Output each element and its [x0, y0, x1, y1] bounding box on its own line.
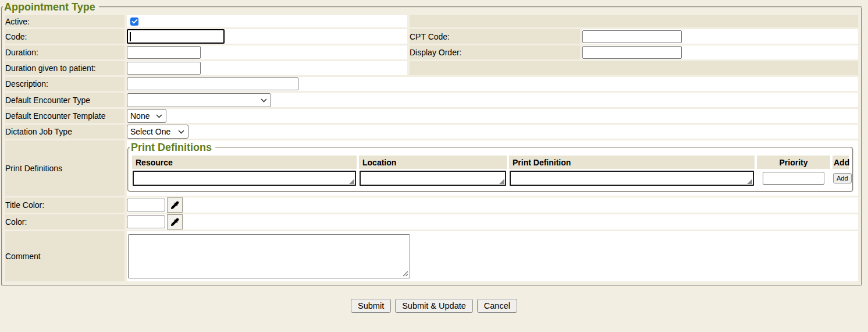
- form-action-bar: Submit Submit & Update Cancel: [0, 299, 868, 313]
- code-label: Code:: [5, 29, 124, 44]
- row-duration: Duration: Display Order:: [5, 45, 858, 59]
- print-definition-column-header: Print Definition: [509, 156, 755, 169]
- default-encounter-type-select[interactable]: [127, 93, 271, 107]
- dictation-job-type-select[interactable]: Select One: [127, 125, 188, 139]
- chevron-down-icon: [261, 98, 267, 103]
- title-color-input[interactable]: [127, 199, 165, 211]
- resize-handle[interactable]: [499, 179, 504, 184]
- display-order-label: Display Order:: [410, 45, 580, 59]
- check-icon: [131, 19, 138, 24]
- empty-cell: [410, 15, 858, 27]
- default-encounter-template-label: Default Encounter Template: [5, 109, 124, 123]
- active-label: Active:: [5, 15, 124, 27]
- duration-patient-label: Duration given to patient:: [5, 61, 124, 75]
- empty-cell: [410, 61, 858, 75]
- duration-patient-input[interactable]: [127, 62, 201, 75]
- eyedropper-icon: [170, 218, 179, 227]
- text-caret: [130, 32, 131, 41]
- comment-label: Comment: [5, 231, 124, 281]
- row-code: Code: CPT Code:: [5, 29, 858, 44]
- dictation-job-type-label: Dictation Job Type: [5, 125, 124, 139]
- print-definitions-legend: Print Definitions: [130, 142, 215, 153]
- default-encounter-type-label: Default Encounter Type: [5, 93, 124, 107]
- default-encounter-template-select[interactable]: None: [127, 109, 166, 123]
- comment-textarea[interactable]: [128, 234, 410, 278]
- description-input[interactable]: [127, 77, 298, 90]
- cancel-button[interactable]: Cancel: [477, 299, 517, 313]
- description-label: Description:: [5, 77, 124, 91]
- row-active: Active:: [5, 15, 858, 27]
- display-order-input[interactable]: [582, 46, 682, 59]
- add-column-header: Add: [833, 156, 849, 169]
- row-default-encounter-type: Default Encounter Type: [5, 93, 858, 107]
- row-title-color: Title Color:: [5, 197, 858, 213]
- submit-button[interactable]: Submit: [351, 299, 391, 313]
- code-input[interactable]: [127, 29, 225, 44]
- print-definitions-fieldset: Print Definitions Resource Location Prin…: [127, 142, 853, 192]
- color-input[interactable]: [127, 216, 165, 228]
- selected-value: Select One: [130, 127, 170, 136]
- appointment-type-legend: Appointment Type: [3, 1, 99, 13]
- color-picker-button[interactable]: [167, 214, 183, 229]
- resize-handle[interactable]: [747, 179, 752, 184]
- resize-handle[interactable]: [403, 271, 408, 277]
- title-color-picker-button[interactable]: [167, 197, 183, 213]
- eyedropper-icon: [170, 201, 179, 210]
- chevron-down-icon: [156, 114, 162, 118]
- row-color: Color:: [5, 214, 858, 229]
- row-duration-patient: Duration given to patient:: [5, 61, 858, 75]
- appointment-type-fieldset: Appointment Type Active: Code: CPT Code: [1, 1, 862, 286]
- row-comment: Comment: [5, 231, 858, 281]
- cpt-code-label: CPT Code:: [410, 29, 580, 44]
- row-description: Description:: [5, 77, 858, 91]
- selected-value: None: [130, 111, 150, 121]
- chevron-down-icon: [178, 130, 184, 134]
- row-default-encounter-template: Default Encounter Template None: [5, 109, 858, 123]
- cpt-code-input[interactable]: [582, 30, 682, 43]
- resize-handle[interactable]: [349, 179, 354, 184]
- title-color-label: Title Color:: [5, 197, 124, 213]
- duration-label: Duration:: [5, 45, 124, 59]
- appointment-type-form-table: Active: Code: CPT Code:: [3, 13, 860, 283]
- priority-input[interactable]: [763, 172, 824, 185]
- add-button[interactable]: Add: [833, 173, 852, 183]
- location-combobox[interactable]: [360, 171, 506, 186]
- color-label: Color:: [5, 214, 124, 229]
- row-print-definitions: Print Definitions Print Definitions Reso…: [5, 140, 858, 196]
- print-definitions-input-row: Add: [132, 170, 849, 186]
- duration-input[interactable]: [127, 46, 201, 59]
- priority-column-header: Priority: [757, 156, 830, 169]
- print-definition-combobox[interactable]: [510, 171, 754, 186]
- active-checkbox[interactable]: [130, 17, 138, 26]
- print-definitions-table: Resource Location Print Definition Prior…: [130, 154, 851, 188]
- print-definitions-label: Print Definitions: [5, 140, 124, 196]
- print-definitions-header-row: Resource Location Print Definition Prior…: [132, 156, 849, 169]
- resource-column-header: Resource: [132, 156, 357, 169]
- location-column-header: Location: [359, 156, 507, 169]
- resource-combobox[interactable]: [133, 171, 356, 186]
- row-dictation-job-type: Dictation Job Type Select One: [5, 125, 858, 139]
- submit-update-button[interactable]: Submit & Update: [395, 299, 473, 313]
